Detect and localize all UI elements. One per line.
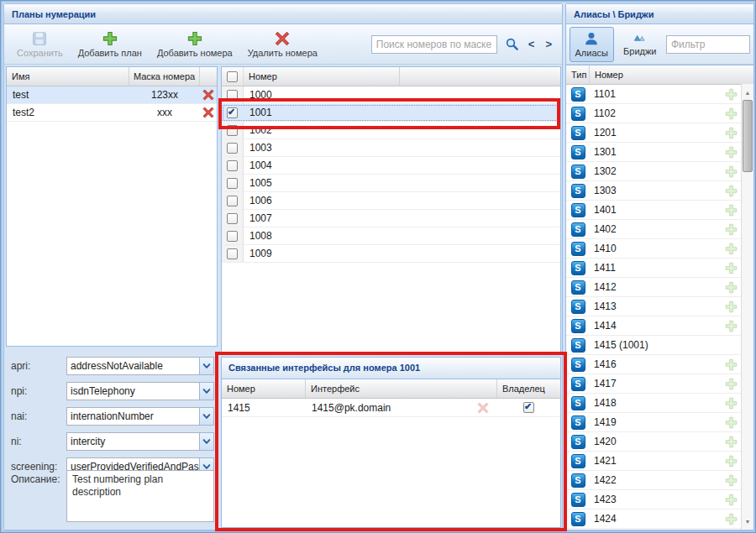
number-row[interactable]: 1004	[222, 157, 560, 175]
alias-row[interactable]: S 1420	[566, 432, 753, 452]
number-row[interactable]: 1000	[222, 86, 560, 104]
alias-row[interactable]: S 1412	[566, 278, 753, 297]
add-alias-plus-icon[interactable]	[725, 300, 738, 313]
form-field-combobox[interactable]: isdnTelephony	[66, 382, 214, 400]
combobox-value[interactable]: addressNotAvailable	[66, 357, 199, 375]
add-alias-plus-icon[interactable]	[725, 378, 738, 390]
number-row-checkbox[interactable]	[227, 213, 238, 224]
alias-row[interactable]: S 1411	[566, 259, 753, 278]
add-alias-plus-icon[interactable]	[725, 416, 738, 429]
add-alias-plus-icon[interactable]	[725, 455, 738, 468]
add-alias-plus-icon[interactable]	[725, 165, 738, 178]
add-alias-plus-icon[interactable]	[725, 436, 738, 448]
combobox-trigger[interactable]	[199, 432, 214, 451]
magnifier-icon[interactable]	[505, 37, 519, 51]
form-field-combobox[interactable]: addressNotAvailable	[66, 357, 214, 375]
alias-row[interactable]: S 1417	[566, 374, 753, 394]
column-header-number[interactable]: Номер	[244, 67, 400, 86]
add-alias-plus-icon[interactable]	[725, 127, 738, 139]
alias-row[interactable]: S 1303	[566, 181, 753, 201]
scroll-down-arrow-icon[interactable]	[742, 515, 753, 528]
filter-input[interactable]	[666, 35, 750, 54]
number-row-checkbox[interactable]	[227, 178, 238, 189]
column-header-name[interactable]: Имя	[7, 67, 129, 86]
form-field-combobox[interactable]: internationNumber	[66, 407, 214, 426]
alias-row[interactable]: S 1401	[566, 201, 753, 220]
add-alias-plus-icon[interactable]	[725, 88, 738, 101]
alias-row[interactable]: S 1421	[566, 452, 753, 471]
number-row[interactable]: 1001	[222, 104, 560, 122]
alias-row[interactable]: S 1423	[566, 490, 753, 509]
add-alias-plus-icon[interactable]	[725, 204, 738, 217]
combobox-value[interactable]: isdnTelephony	[66, 382, 199, 400]
add-alias-plus-icon[interactable]	[725, 494, 738, 506]
number-row[interactable]: 1005	[222, 175, 560, 192]
combobox-value[interactable]: internationNumber	[66, 407, 199, 426]
number-row-checkbox[interactable]	[227, 196, 238, 206]
alias-row[interactable]: S 1302	[566, 162, 753, 181]
linked-interface-row[interactable]: 1415 1415@pk.domain	[222, 399, 560, 417]
column-header-type[interactable]: Тип	[566, 65, 590, 84]
add-alias-plus-icon[interactable]	[725, 107, 738, 120]
number-row-checkbox[interactable]	[227, 90, 238, 101]
column-header-number[interactable]: Номер	[590, 65, 753, 84]
aliases-tab-button[interactable]: Алиасы	[570, 27, 614, 62]
combobox-trigger[interactable]	[199, 407, 214, 426]
search-next-button[interactable]: >	[543, 38, 554, 50]
unlink-x-icon[interactable]	[477, 402, 489, 414]
alias-row[interactable]: S 1402	[566, 220, 753, 239]
bridges-tab-button[interactable]: Бриджи	[618, 27, 663, 62]
number-row-checkbox[interactable]	[227, 248, 238, 259]
select-all-checkbox[interactable]	[227, 71, 238, 82]
add-alias-plus-icon[interactable]	[725, 223, 738, 236]
delete-plan-x-icon[interactable]	[202, 107, 214, 118]
add-alias-plus-icon[interactable]	[725, 281, 738, 294]
scrollbar-thumb[interactable]	[743, 100, 753, 172]
plan-row[interactable]: test 123xx	[7, 86, 217, 104]
number-row-checkbox[interactable]	[227, 143, 238, 154]
alias-row[interactable]: S 1301	[566, 143, 753, 162]
add-alias-plus-icon[interactable]	[725, 358, 738, 371]
add-alias-plus-icon[interactable]	[725, 397, 738, 410]
alias-row[interactable]: S 1416	[566, 355, 753, 374]
number-row-checkbox[interactable]	[227, 160, 238, 171]
number-row[interactable]: 1008	[222, 227, 560, 245]
alias-row[interactable]: S 1410	[566, 239, 753, 259]
form-field-combobox[interactable]: intercity	[66, 432, 214, 451]
number-row[interactable]: 1003	[222, 139, 560, 157]
alias-row[interactable]: S 1415 (1001)	[566, 336, 753, 355]
number-row-checkbox[interactable]	[227, 125, 238, 136]
alias-row[interactable]: S 1201	[566, 123, 753, 143]
alias-row[interactable]: S 1418	[566, 394, 753, 413]
add-alias-plus-icon[interactable]	[725, 262, 738, 274]
add-alias-plus-icon[interactable]	[725, 146, 738, 159]
column-header-owner[interactable]: Владелец	[497, 379, 560, 398]
search-prev-button[interactable]: <	[527, 38, 537, 50]
number-row[interactable]: 1007	[222, 210, 560, 227]
add-alias-plus-icon[interactable]	[725, 320, 738, 332]
combobox-value[interactable]: intercity	[66, 432, 199, 451]
number-row-checkbox[interactable]	[227, 231, 238, 242]
combobox-trigger[interactable]	[199, 357, 214, 375]
column-header-mask[interactable]: Маска номера	[129, 67, 200, 86]
scroll-up-arrow-icon[interactable]	[742, 86, 753, 99]
alias-row[interactable]: S 1424	[566, 509, 753, 529]
number-row[interactable]: 1006	[222, 192, 560, 210]
column-header-interface[interactable]: Интерфейс	[306, 379, 497, 398]
add-alias-plus-icon[interactable]	[725, 474, 738, 487]
add-alias-plus-icon[interactable]	[725, 185, 738, 197]
combobox-trigger[interactable]	[199, 382, 214, 400]
save-button[interactable]: Сохранить	[9, 29, 71, 60]
alias-row[interactable]: S 1414	[566, 316, 753, 336]
add-alias-plus-icon[interactable]	[725, 243, 738, 255]
number-row-checkbox[interactable]	[227, 107, 238, 118]
add-plan-button[interactable]: Добавить план	[71, 29, 150, 60]
column-header-number[interactable]: Номер	[222, 379, 306, 398]
alias-row[interactable]: S 1102	[566, 104, 753, 123]
plan-row[interactable]: test2 xxx	[7, 104, 217, 122]
alias-row[interactable]: S 1413	[566, 297, 753, 316]
vertical-scrollbar[interactable]	[741, 84, 753, 530]
number-row[interactable]: 1009	[222, 245, 560, 263]
description-textarea[interactable]: Test numbering plan description	[66, 470, 214, 522]
add-numbers-button[interactable]: Добавить номера	[150, 29, 240, 60]
